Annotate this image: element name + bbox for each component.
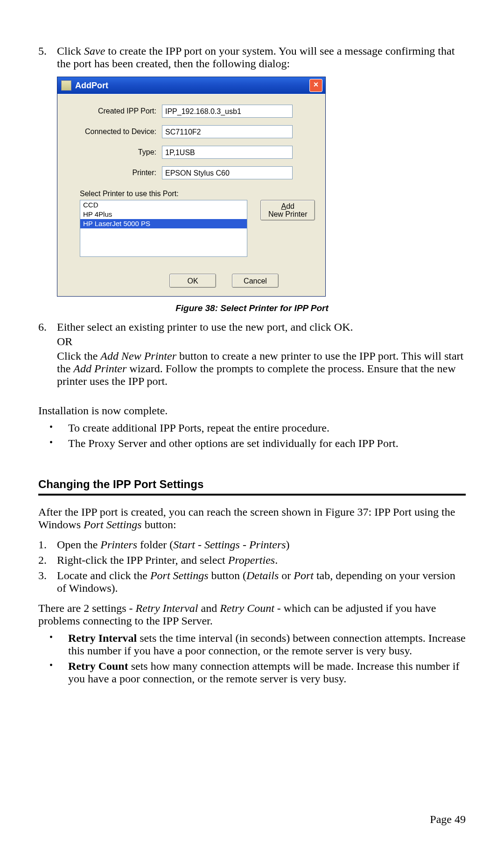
s3-b: button ( <box>209 569 246 582</box>
sub-step-2: 2. Right-click the IPP Printer, and sele… <box>38 554 466 567</box>
add-btn-accel: A <box>281 202 286 210</box>
si-i2: Retry Count <box>220 602 274 614</box>
type-field[interactable]: 1P,1USB <box>162 146 293 159</box>
app-icon <box>61 80 71 91</box>
s6b-a: Click the <box>57 350 100 362</box>
bullet-icon <box>38 422 68 434</box>
step-6-a: Either select an existing printer to use… <box>57 321 466 333</box>
printer-listbox[interactable]: CCD HP 4Plus HP LaserJet 5000 PS <box>80 200 247 257</box>
ri-b: Retry Interval <box>68 632 137 644</box>
type-label: Type: <box>68 148 162 156</box>
section-heading: Changing the IPP Port Settings <box>38 478 466 491</box>
add-new-printer-button[interactable]: Add New Printer <box>260 200 315 220</box>
s2-i: Properties <box>228 554 275 566</box>
s2-b: . <box>275 554 278 566</box>
s6b-i2: Add Printer <box>73 362 126 375</box>
s3-c: or <box>279 569 294 582</box>
figure-caption: Figure 38: Select Printer for IPP Port <box>38 303 466 313</box>
step-6-b: Click the Add New Printer button to crea… <box>57 350 466 388</box>
s3-i1: Port Settings <box>150 569 209 582</box>
sub-step-1: 1. Open the Printers folder (Start - Set… <box>38 539 466 551</box>
heading-rule <box>38 494 466 496</box>
step-5-text: Click Save to create the IPP port on you… <box>57 45 466 70</box>
s1-i1: Printers <box>100 539 137 551</box>
step-5: 5. Click Save to create the IPP port on … <box>38 45 466 70</box>
after-i: Port Settings <box>84 518 142 531</box>
bullet-a: To create additional IPP Ports, repeat t… <box>68 422 466 434</box>
sub-step-3: 3. Locate and click the Port Settings bu… <box>38 569 466 595</box>
bullet-item: Retry Count sets how many connection att… <box>38 660 466 685</box>
after-text: After the IPP port is created, you can r… <box>38 506 466 531</box>
rc-b: Retry Count <box>68 660 128 672</box>
ok-button[interactable]: OK <box>169 274 216 288</box>
list-item[interactable]: HP 4Plus <box>80 210 247 219</box>
select-printer-label: Select Printer to use this Port: <box>80 190 315 198</box>
created-port-label: Created IPP Port: <box>68 107 162 115</box>
page-footer: Page 49 <box>430 813 466 826</box>
step-6-or: OR <box>57 335 466 348</box>
add-btn-l1b: dd <box>286 202 294 210</box>
step-6-num: 6. <box>38 321 57 388</box>
printer-label: Printer: <box>68 169 162 177</box>
s1-b: folder ( <box>137 539 173 551</box>
settings-intro: There are 2 settings - Retry Interval an… <box>38 602 466 627</box>
s3-num: 3. <box>38 569 57 595</box>
close-icon[interactable]: × <box>309 79 322 92</box>
dialog-body: Created IPP Port: IPP_192.168.0.3_usb1 C… <box>57 94 325 296</box>
s3-i3: Port <box>294 569 314 582</box>
bullet-item: Retry Interval sets the time interval (i… <box>38 632 466 657</box>
s3-a: Locate and click the <box>57 569 150 582</box>
si-i1: Retry Interval <box>136 602 198 614</box>
printer-field[interactable]: EPSON Stylus C60 <box>162 166 293 179</box>
s2-num: 2. <box>38 554 57 567</box>
device-label: Connected to Device: <box>68 128 162 136</box>
s1-a: Open the <box>57 539 100 551</box>
add-btn-l2: New Printer <box>268 210 308 218</box>
step-6: 6. Either select an existing printer to … <box>38 321 466 388</box>
step-5-a: Click <box>57 45 84 57</box>
list-item[interactable]: CCD <box>80 200 247 210</box>
step-5-num: 5. <box>38 45 57 70</box>
bullet-b: The Proxy Server and other options are s… <box>68 437 466 450</box>
bullet-item: To create additional IPP Ports, repeat t… <box>38 422 466 434</box>
dialog-title: AddPort <box>75 81 309 91</box>
created-port-field[interactable]: IPP_192.168.0.3_usb1 <box>162 105 293 118</box>
s1-num: 1. <box>38 539 57 551</box>
s1-c: ) <box>286 539 290 551</box>
bullet-icon <box>38 632 68 657</box>
device-field[interactable]: SC7110F2 <box>162 125 293 138</box>
si-b: and <box>198 602 220 614</box>
step-5-save: Save <box>84 45 105 57</box>
list-item-selected[interactable]: HP LaserJet 5000 PS <box>80 219 247 228</box>
dialog-titlebar: AddPort × <box>57 77 325 94</box>
s3-i2: Details <box>246 569 279 582</box>
cancel-button[interactable]: Cancel <box>232 274 279 288</box>
s1-i2: Start - Settings - Printers <box>173 539 286 551</box>
bullet-icon <box>38 437 68 450</box>
s6b-i1: Add New Printer <box>100 350 176 362</box>
bullet-icon <box>38 660 68 685</box>
s2-a: Right-click the IPP Printer, and select <box>57 554 228 566</box>
addport-dialog: AddPort × Created IPP Port: IPP_192.168.… <box>57 77 326 297</box>
step-5-b: to create the IPP port on your system. Y… <box>57 45 455 70</box>
install-complete: Installation is now complete. <box>38 404 466 417</box>
bullet-item: The Proxy Server and other options are s… <box>38 437 466 450</box>
si-a: There are 2 settings - <box>38 602 136 614</box>
after-b: button: <box>142 518 176 531</box>
